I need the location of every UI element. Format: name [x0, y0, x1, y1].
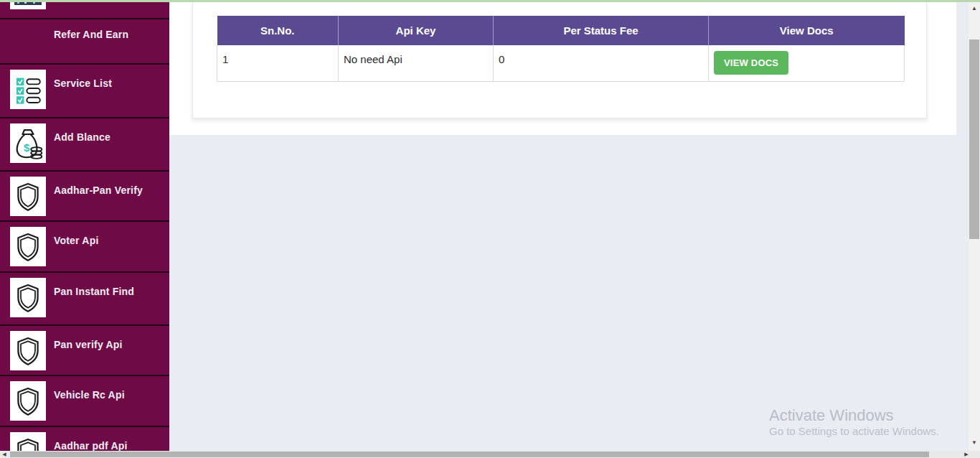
scroll-up-icon[interactable]: ▲	[969, 4, 980, 14]
header-per-status-fee: Per Status Fee	[494, 16, 709, 45]
cell-per-status-fee: 0	[494, 45, 709, 81]
sidebar-item-add-blance[interactable]: $ Add Blance	[0, 118, 169, 172]
sidebar-item-voter-api[interactable]: Voter Api	[0, 222, 169, 273]
header-view-docs: View Docs	[709, 16, 905, 45]
header-sn-no: Sn.No.	[217, 16, 339, 45]
sidebar-item-pan-instant-find[interactable]: Pan Instant Find	[0, 273, 169, 326]
api-table: Sn.No. Api Key Per Status Fee View Docs …	[217, 16, 905, 82]
shield-icon	[10, 227, 46, 266]
window-top-strip	[0, 0, 980, 2]
sidebar-item-label: Aadhar pdf Api	[54, 440, 128, 452]
api-card: Sn.No. Api Key Per Status Fee View Docs …	[192, 1, 927, 118]
watermark-line2: Go to Settings to activate Windows.	[769, 424, 939, 439]
scroll-left-icon[interactable]: ◀	[0, 451, 9, 458]
sidebar: Refer And Earn Service List $	[0, 1, 169, 451]
cell-view-docs: VIEW DOCS	[709, 45, 905, 81]
cell-api-key: No need Api	[339, 45, 494, 81]
vertical-scrollbar[interactable]: ▲ ▼	[969, 2, 980, 451]
shield-icon	[10, 278, 46, 317]
sidebar-item-label: Refer And Earn	[54, 29, 128, 40]
sidebar-item-partial[interactable]	[0, 1, 169, 19]
main-content: Sn.No. Api Key Per Status Fee View Docs …	[169, 1, 956, 135]
table-header-row: Sn.No. Api Key Per Status Fee View Docs	[217, 16, 905, 45]
cell-sn-no: 1	[217, 45, 339, 81]
sidebar-item-service-list[interactable]: Service List	[0, 65, 169, 118]
sidebar-item-vehicle-rc-api[interactable]: Vehicle Rc Api	[0, 376, 169, 427]
horizontal-scrollbar[interactable]: ◀ ▶	[0, 451, 980, 458]
money-bag-icon: $	[10, 123, 46, 163]
checklist-icon	[10, 70, 46, 109]
sidebar-item-label: Service List	[54, 78, 112, 89]
sidebar-item-refer-and-earn[interactable]: Refer And Earn	[0, 19, 169, 65]
table-row: 1 No need Api 0 VIEW DOCS	[217, 45, 905, 81]
scroll-down-icon[interactable]: ▼	[969, 438, 980, 448]
scroll-right-icon[interactable]: ▶	[962, 451, 971, 458]
sidebar-item-pan-verify-api[interactable]: Pan verify Api	[0, 326, 169, 376]
sidebar-item-label: Pan Instant Find	[54, 286, 134, 297]
shield-icon	[10, 381, 46, 421]
sidebar-item-label: Vehicle Rc Api	[54, 389, 125, 401]
shield-icon	[10, 177, 46, 216]
horizontal-scrollbar-thumb[interactable]	[10, 452, 929, 457]
sidebar-item-label: Voter Api	[54, 235, 98, 246]
vertical-scrollbar-thumb[interactable]	[969, 39, 979, 239]
sidebar-item-label: Aadhar-Pan Verify	[54, 184, 143, 196]
view-docs-button[interactable]: VIEW DOCS	[714, 51, 788, 75]
watermark-line1: Activate Windows	[769, 406, 939, 424]
shield-icon	[10, 331, 46, 370]
activate-windows-watermark: Activate Windows Go to Settings to activ…	[769, 406, 939, 439]
header-api-key: Api Key	[339, 16, 494, 45]
sidebar-item-aadhar-pdf-api[interactable]: Aadhar pdf Api	[0, 427, 169, 451]
sidebar-item-aadhar-pan-verify[interactable]: Aadhar-Pan Verify	[0, 172, 169, 222]
sidebar-item-label: Add Blance	[54, 131, 110, 143]
svg-text:$: $	[24, 141, 30, 154]
sidebar-item-label: Pan verify Api	[54, 339, 123, 350]
